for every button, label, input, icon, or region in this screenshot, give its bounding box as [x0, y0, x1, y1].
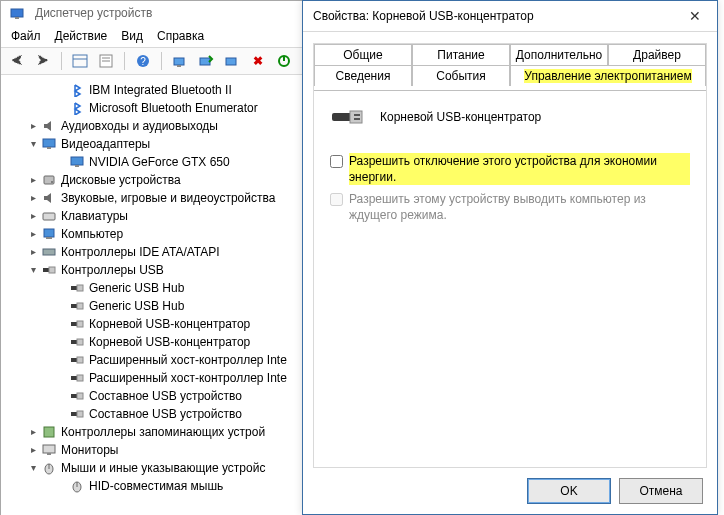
tree-item-label: Контроллеры запоминающих устрой [61, 423, 271, 441]
tab-events[interactable]: События [412, 65, 510, 86]
usb-icon [41, 262, 57, 278]
svg-rect-16 [71, 157, 83, 165]
svg-point-19 [51, 181, 53, 183]
bt-icon [69, 100, 85, 116]
back-icon[interactable]: ⮜ [7, 51, 27, 71]
svg-rect-14 [43, 139, 55, 147]
tab-power[interactable]: Питание [412, 44, 510, 65]
svg-rect-35 [77, 357, 83, 363]
device-name-label: Корневой USB-концентратор [380, 110, 541, 124]
ok-button[interactable]: OK [527, 478, 611, 504]
properties-dialog: Свойства: Корневой USB-концентратор ✕ Об… [302, 0, 718, 515]
svg-rect-50 [350, 111, 362, 123]
svg-rect-43 [43, 445, 55, 453]
menu-view[interactable]: Вид [121, 29, 143, 43]
expand-toggle-icon[interactable]: ▸ [27, 423, 39, 441]
expand-toggle-icon[interactable]: ▸ [27, 189, 39, 207]
svg-rect-20 [43, 213, 55, 220]
forward-icon[interactable]: ⮞ [33, 51, 53, 71]
tree-item-label: Корневой USB-концентратор [89, 333, 256, 351]
svg-rect-27 [77, 285, 83, 291]
tab-general[interactable]: Общие [314, 44, 412, 65]
cancel-button[interactable]: Отмена [619, 478, 703, 504]
enable-icon[interactable] [274, 51, 294, 71]
tab-advanced[interactable]: Дополнительно [510, 44, 608, 65]
tree-item-label: HID-совместимая мышь [89, 477, 229, 495]
expand-toggle-icon[interactable]: ▸ [27, 171, 39, 189]
show-hidden-icon[interactable] [70, 51, 90, 71]
disable-icon[interactable]: ✖ [248, 51, 268, 71]
svg-rect-44 [47, 453, 51, 455]
tab-strip: Общие Питание Дополнительно Драйвер Свед… [314, 44, 706, 86]
svg-rect-12 [226, 58, 236, 65]
dialog-titlebar[interactable]: Свойства: Корневой USB-концентратор ✕ [303, 1, 717, 32]
close-icon[interactable]: ✕ [673, 1, 717, 31]
display-icon [69, 154, 85, 170]
expand-toggle-icon[interactable]: ▸ [27, 225, 39, 243]
device-header: Корневой USB-концентратор [330, 105, 690, 129]
dialog-title-text: Свойства: Корневой USB-концентратор [313, 9, 673, 23]
menu-action[interactable]: Действие [55, 29, 108, 43]
help-icon[interactable]: ? [133, 51, 153, 71]
tree-item-label: Generic USB Hub [89, 279, 190, 297]
option-allow-wake-label: Разрешить этому устройству выводить комп… [349, 191, 690, 223]
tab-panel-power-management: Корневой USB-концентратор Разрешить откл… [314, 90, 706, 119]
checkbox-allow-turn-off[interactable] [330, 155, 343, 168]
toolbar-separator [161, 52, 162, 70]
tree-item-label: Generic USB Hub [89, 297, 190, 315]
tree-item-label: Мониторы [61, 441, 124, 459]
pc-icon [41, 226, 57, 242]
bt-icon [69, 82, 85, 98]
tab-power-management-label: Управление электропитанием [524, 69, 691, 83]
option-allow-wake: Разрешить этому устройству выводить комп… [330, 191, 690, 223]
checkbox-allow-wake [330, 193, 343, 206]
tree-item-label: Составное USB устройство [89, 405, 248, 423]
audio-icon [41, 190, 57, 206]
svg-rect-10 [177, 65, 181, 67]
tab-power-management[interactable]: Управление электропитанием [510, 65, 706, 86]
svg-rect-51 [354, 114, 360, 116]
tree-item-label: Контроллеры USB [61, 261, 170, 279]
svg-rect-25 [49, 267, 55, 273]
usb-icon [69, 370, 85, 386]
tree-item-label: Аудиовходы и аудиовыходы [61, 117, 224, 135]
expand-toggle-icon[interactable]: ▾ [27, 135, 39, 153]
svg-rect-22 [46, 237, 52, 239]
audio-icon [41, 118, 57, 134]
usb-connector-icon [332, 105, 364, 129]
dm-app-icon [9, 5, 25, 21]
expand-toggle-icon[interactable]: ▾ [27, 261, 39, 279]
tab-driver[interactable]: Драйвер [608, 44, 706, 65]
expand-toggle-icon[interactable]: ▸ [27, 207, 39, 225]
disk-icon [41, 172, 57, 188]
tab-details[interactable]: Сведения [314, 65, 412, 86]
usb-icon [69, 406, 85, 422]
menu-help[interactable]: Справка [157, 29, 204, 43]
menu-file[interactable]: Файл [11, 29, 41, 43]
expand-toggle-icon[interactable]: ▸ [27, 243, 39, 261]
svg-rect-39 [77, 393, 83, 399]
tree-item-label: Расширенный хост-контроллер Inte [89, 369, 293, 387]
svg-rect-21 [44, 229, 54, 237]
expand-toggle-icon[interactable]: ▾ [27, 459, 39, 477]
svg-rect-52 [354, 118, 360, 120]
tree-item-label: Дисковые устройства [61, 171, 187, 189]
svg-rect-23 [43, 249, 55, 255]
update-driver-icon[interactable] [196, 51, 216, 71]
uninstall-icon[interactable] [222, 51, 242, 71]
usb-icon [69, 316, 85, 332]
scan-icon[interactable] [170, 51, 190, 71]
tree-item-label: Компьютер [61, 225, 129, 243]
svg-rect-0 [11, 9, 23, 17]
ide-icon [41, 244, 57, 260]
expand-toggle-icon[interactable]: ▸ [27, 441, 39, 459]
svg-rect-37 [77, 375, 83, 381]
expand-toggle-icon[interactable]: ▸ [27, 117, 39, 135]
option-allow-turn-off[interactable]: Разрешить отключение этого устройства дл… [330, 153, 690, 185]
usb-icon [69, 352, 85, 368]
svg-rect-49 [332, 113, 352, 121]
svg-rect-31 [77, 321, 83, 327]
svg-text:?: ? [140, 56, 146, 67]
properties-icon[interactable] [96, 51, 116, 71]
toolbar-separator [124, 52, 125, 70]
